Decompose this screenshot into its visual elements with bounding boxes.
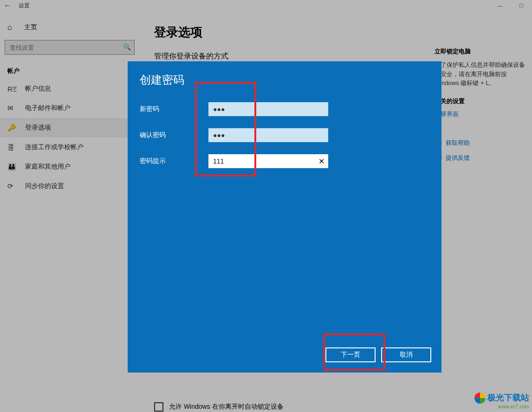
maximize-icon[interactable]: ☐ [511, 0, 532, 11]
clear-icon[interactable]: ✕ [314, 157, 328, 166]
home-link[interactable]: ⌂ 主页 [0, 20, 139, 35]
back-icon[interactable]: ← [4, 1, 11, 10]
briefcase-icon: 🗄 [7, 144, 17, 151]
search-icon[interactable]: 🔍 [123, 43, 131, 51]
watermark-url: www.xz7.com [474, 404, 529, 409]
page-title: 登录选项 [154, 24, 517, 40]
lockscreen-link[interactable]: 锁屏界面 [435, 110, 530, 118]
cancel-button[interactable]: 取消 [381, 347, 431, 362]
key-icon: 🔑 [7, 124, 17, 132]
feedback-link[interactable]: 💬提供反馈 [435, 154, 530, 162]
checkbox-icon[interactable] [154, 402, 163, 412]
watermark-logo-icon [474, 392, 486, 404]
home-label: 主页 [24, 23, 37, 32]
sidebar-item-email[interactable]: ✉ 电子邮件和帐户 [0, 98, 139, 118]
create-password-dialog: 创建密码 新密码 确认密码 密码提示 ✕ 下一页 取消 [128, 61, 441, 373]
confirm-password-input[interactable] [208, 128, 328, 142]
window-title: 设置 [19, 2, 30, 10]
sidebar-item-label: 登录选项 [25, 124, 51, 132]
sidebar-item-label: 同步你的设置 [25, 182, 64, 190]
family-icon: 👪 [7, 163, 17, 171]
link-label: 提供反馈 [446, 154, 470, 162]
minimize-icon[interactable]: — [489, 0, 511, 11]
hint-label: 密码提示 [140, 157, 208, 165]
sidebar-item-work-school[interactable]: 🗄 连接工作或学校帐户 [0, 137, 139, 157]
new-password-input[interactable] [208, 102, 328, 116]
auto-lock-checkbox-row[interactable]: 允许 Windows 在你离开时自动锁定设备 [154, 402, 517, 412]
new-password-label: 新密码 [140, 105, 208, 113]
sidebar: ⌂ 主页 🔍 帐户 RΞ 帐户信息 ✉ 电子邮件和帐户 🔑 登录选项 🗄 连接工… [0, 11, 139, 412]
search-input[interactable] [5, 40, 135, 55]
confirm-password-label: 确认密码 [140, 131, 208, 139]
sidebar-item-family[interactable]: 👪 家庭和其他用户 [0, 157, 139, 177]
sidebar-item-label: 家庭和其他用户 [25, 163, 71, 171]
sidebar-item-account-info[interactable]: RΞ 帐户信息 [0, 79, 139, 98]
sidebar-section-title: 帐户 [0, 63, 139, 79]
next-button[interactable]: 下一页 [325, 347, 376, 362]
sidebar-item-label: 连接工作或学校帐户 [25, 143, 84, 151]
sidebar-item-label: 电子邮件和帐户 [25, 104, 71, 112]
password-hint-input[interactable] [208, 154, 314, 168]
related-title: 相关的设置 [435, 97, 530, 105]
home-icon: ⌂ [7, 23, 17, 32]
sidebar-item-label: 帐户信息 [25, 85, 51, 93]
person-icon: RΞ [7, 85, 17, 93]
sidebar-item-signin-options[interactable]: 🔑 登录选项 [0, 118, 139, 137]
mail-icon: ✉ [7, 104, 17, 112]
sync-icon: ⟳ [7, 182, 17, 190]
sidebar-item-sync[interactable]: ⟳ 同步你的设置 [0, 177, 139, 196]
get-help-link[interactable]: 🌐获取帮助 [435, 139, 530, 147]
checkbox-label: 允许 Windows 在你离开时自动锁定设备 [169, 403, 284, 411]
lock-now-text: 为了保护私人信息并帮助确保设备的安全，请在离开电脑前按 Windows 徽标键 … [435, 60, 530, 88]
link-label: 获取帮助 [446, 139, 470, 147]
watermark-text: 极光下载站 [487, 393, 529, 402]
dialog-title: 创建密码 [140, 72, 429, 87]
watermark: 极光下载站 www.xz7.com [474, 392, 529, 409]
lock-now-title: 立即锁定电脑 [435, 47, 530, 56]
